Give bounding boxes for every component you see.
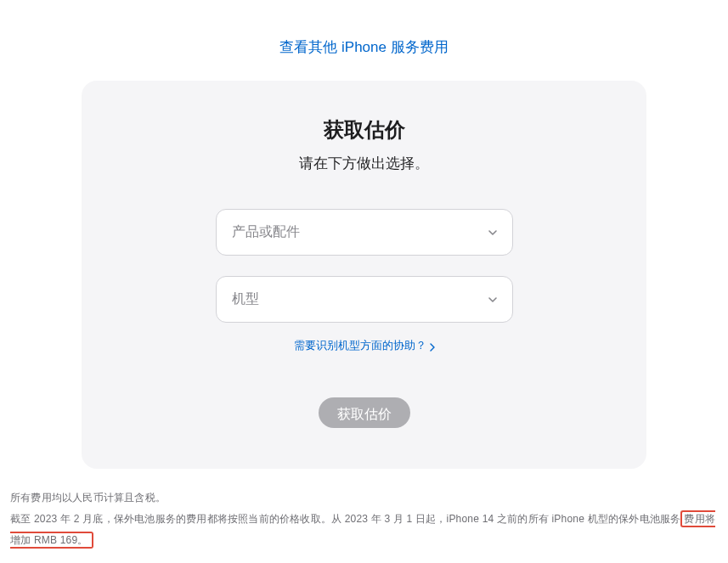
- top-link-row: 查看其他 iPhone 服务费用: [8, 0, 720, 81]
- footer-note-prefix: 截至 2023 年 2 月底，保外电池服务的费用都将按照当前的价格收取。从 20…: [10, 513, 680, 525]
- model-select-wrapper: 机型: [216, 276, 513, 323]
- footer-note-price-change: 截至 2023 年 2 月底，保外电池服务的费用都将按照当前的价格收取。从 20…: [10, 509, 718, 551]
- product-select[interactable]: 产品或配件: [216, 209, 513, 256]
- chevron-right-icon: [430, 341, 435, 350]
- footer-note-tax: 所有费用均以人民币计算且含税。: [10, 487, 718, 509]
- estimate-card: 获取估价 请在下方做出选择。 产品或配件 机型 需要识别机型方面的协助？ 获取: [82, 81, 646, 469]
- card-subtitle: 请在下方做出选择。: [299, 154, 429, 173]
- model-select-placeholder: 机型: [232, 290, 259, 308]
- footer-notes: 所有费用均以人民币计算且含税。 截至 2023 年 2 月底，保外电池服务的费用…: [8, 484, 720, 552]
- help-link-label: 需要识别机型方面的协助？: [294, 338, 426, 353]
- model-select[interactable]: 机型: [216, 276, 513, 323]
- get-estimate-button[interactable]: 获取估价: [319, 397, 410, 428]
- other-iphone-services-link[interactable]: 查看其他 iPhone 服务费用: [279, 39, 448, 55]
- card-title: 获取估价: [324, 116, 405, 144]
- product-select-placeholder: 产品或配件: [232, 223, 300, 241]
- identify-model-help-link[interactable]: 需要识别机型方面的协助？: [294, 338, 435, 353]
- product-select-wrapper: 产品或配件: [216, 209, 513, 256]
